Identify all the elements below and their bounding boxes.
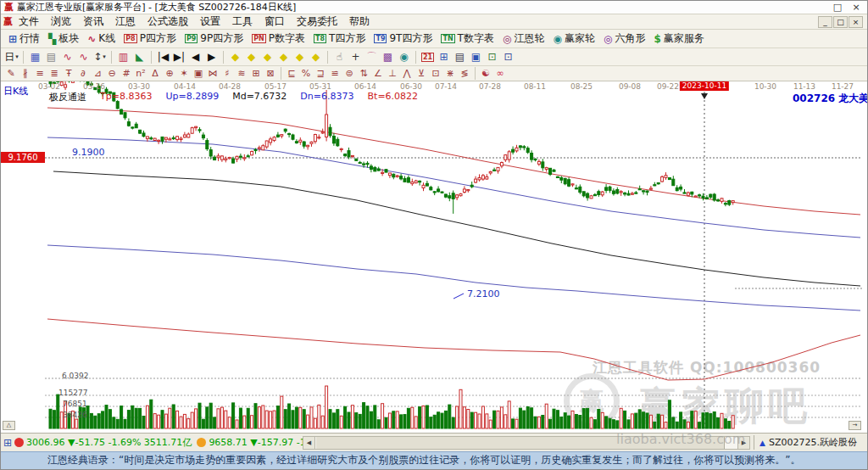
- calendar-button[interactable]: 21: [420, 49, 435, 64]
- toolbar-hexagon-button[interactable]: ◎六角形: [599, 31, 649, 48]
- info-panel-button[interactable]: ▤: [44, 49, 58, 64]
- scroll-right-arrow[interactable]: ▶: [737, 437, 749, 449]
- circle-equal-tool-button[interactable]: ⊜: [342, 67, 356, 80]
- zigzag-large-button[interactable]: ∿: [76, 49, 91, 64]
- menu-item-5[interactable]: 设置: [194, 14, 226, 29]
- kchart-compress-button[interactable]: ▥: [116, 49, 131, 64]
- chart-type-button[interactable]: ▦: [28, 49, 42, 64]
- link-tool-button[interactable]: ⋈: [206, 67, 220, 80]
- menu-item-7[interactable]: 窗口: [259, 14, 291, 29]
- mdi-close-button[interactable]: ×: [849, 16, 863, 28]
- t-line-tool-button[interactable]: Ŧ: [62, 67, 75, 80]
- toolbar-kline-button[interactable]: ∿K线: [83, 31, 120, 48]
- toolbar-p-square-button[interactable]: P8P四方形: [120, 31, 181, 48]
- globe-tool-button[interactable]: ◉: [397, 49, 411, 64]
- wave-lines-tool-button[interactable]: ≋: [235, 67, 248, 80]
- calculator-button[interactable]: ⊞: [437, 49, 451, 64]
- expand-h-diamond-button[interactable]: ◆: [260, 49, 275, 64]
- crossed-box-tool-button[interactable]: ⊠: [264, 67, 277, 80]
- bracket-left-tool-button[interactable]: ⊑: [285, 67, 298, 80]
- expand-panel-button[interactable]: △: [3, 421, 15, 430]
- grid-tool-button[interactable]: ▩: [381, 49, 395, 64]
- toolbar-9t-square-button[interactable]: T99T四方形: [370, 31, 437, 48]
- pc-link-1-button[interactable]: ⊡: [485, 49, 499, 64]
- toolbar-p-number-table-button[interactable]: PNP数字表: [248, 31, 309, 48]
- crosshair-tool-button[interactable]: +: [348, 49, 363, 64]
- hand-tool-button[interactable]: ☝: [332, 49, 347, 64]
- close-button[interactable]: ×: [849, 2, 864, 13]
- triangle-tool-button[interactable]: ⊿: [91, 67, 104, 80]
- chart-area[interactable]: 江恩工具软件 QQ:100800360 赢 赢家聊吧 03-0203-1603-…: [1, 81, 867, 433]
- grid-fine-tool-button[interactable]: ≡: [33, 67, 47, 80]
- toolbar-sectors-button[interactable]: ▚板块: [44, 31, 83, 48]
- percent-tool-button[interactable]: %: [299, 67, 313, 80]
- taiji-tool-button[interactable]: ☯: [479, 67, 492, 80]
- horizontal-scrollbar[interactable]: ◀ ▶: [303, 436, 750, 450]
- restore-button[interactable]: □: [830, 2, 845, 13]
- n-square-tool-button[interactable]: n²: [134, 67, 147, 80]
- xor-tool-button[interactable]: ⊻: [415, 67, 428, 80]
- pencil-tool-button[interactable]: ✎: [4, 67, 18, 80]
- toolbar-winner-wheel-button[interactable]: ◉赢家轮: [548, 31, 598, 48]
- toolbar-t-square-button[interactable]: T8T四方形: [309, 31, 370, 48]
- color-flag-button[interactable]: ◣: [132, 49, 147, 64]
- last-bar-button[interactable]: ▶|: [172, 49, 186, 64]
- wedge-tool-button[interactable]: ⋀: [400, 67, 414, 80]
- save-button[interactable]: ▣: [469, 49, 483, 64]
- circle-minus-tool-button[interactable]: ⊖: [105, 67, 119, 80]
- prev-bar-button[interactable]: ◀: [188, 49, 203, 64]
- sharp-tool-button[interactable]: ♯: [220, 67, 234, 80]
- star-op-tool-button[interactable]: ⋇: [443, 67, 457, 80]
- expand-v-diamond-button[interactable]: ◆: [292, 49, 307, 64]
- toolbar-winner-service-button[interactable]: $赢家服务: [649, 31, 708, 48]
- compress-h-diamond-button[interactable]: ◆: [276, 49, 291, 64]
- toolbar-gann-wheel-button[interactable]: ◎江恩轮: [498, 31, 548, 48]
- zigzag-small-button[interactable]: ∿: [60, 49, 75, 64]
- scroll-left-arrow[interactable]: ◀: [303, 437, 315, 449]
- menu-item-2[interactable]: 资讯: [77, 14, 109, 29]
- perpendicular-tool-button[interactable]: ⊥: [386, 67, 399, 80]
- period-daily-button[interactable]: 日▾: [4, 49, 19, 64]
- zoom-out-diamond-button[interactable]: ◆: [228, 49, 242, 64]
- dot-box-tool-button[interactable]: ⊡: [429, 67, 442, 80]
- angle-tool-button[interactable]: ∠: [371, 67, 385, 80]
- curve-tool-button[interactable]: ⌒: [364, 49, 379, 64]
- square-grid-tool-button[interactable]: ⊞: [249, 67, 263, 80]
- star-tool-button[interactable]: ✶: [177, 67, 191, 80]
- updown-tool-button[interactable]: ⇅: [357, 67, 370, 80]
- parallel-lines-tool-button[interactable]: ∦: [19, 67, 32, 80]
- circle-plus-tool-button[interactable]: ⊕: [163, 67, 176, 80]
- next-stock-panel[interactable]: ▲ SZ002725.跃岭股份: [754, 435, 865, 450]
- scale-toggle-button[interactable]: ↕▾: [92, 49, 107, 64]
- grid-dense-tool-button[interactable]: ≣: [47, 67, 61, 80]
- hatch-tool-button[interactable]: #: [120, 67, 133, 80]
- box-tool-button[interactable]: ▣: [192, 67, 205, 80]
- scroll-thumb[interactable]: [316, 437, 725, 449]
- first-bar-button[interactable]: |◀: [156, 49, 170, 64]
- menu-item-9[interactable]: 帮助: [343, 14, 376, 29]
- infinity-tool-button[interactable]: ∞: [493, 67, 507, 80]
- toolbar-9p-square-button[interactable]: P99P四方形: [181, 31, 248, 48]
- zoom-in-diamond-button[interactable]: ◆: [244, 49, 259, 64]
- compress-v-diamond-button[interactable]: ◆: [309, 49, 323, 64]
- approx-tool-button[interactable]: ≌: [328, 67, 342, 80]
- mdi-minimize-button[interactable]: _: [818, 16, 832, 28]
- pc-link-2-button[interactable]: ⊡: [501, 49, 515, 64]
- notepad-button[interactable]: ▤: [453, 49, 467, 64]
- mdi-restore-button[interactable]: □: [833, 16, 848, 28]
- menu-item-6[interactable]: 工具: [226, 14, 259, 29]
- spiral-tool-button[interactable]: ∂: [76, 67, 90, 80]
- menu-item-3[interactable]: 江恩: [109, 14, 142, 29]
- next-bar-button[interactable]: ▶: [204, 49, 219, 64]
- grid-icon[interactable]: ⊞: [3, 437, 12, 449]
- menu-item-0[interactable]: 文件: [13, 14, 45, 29]
- lessgreater-tool-button[interactable]: ≶: [458, 67, 471, 80]
- scroll-right-button[interactable]: →: [849, 421, 861, 430]
- bracket-right-tool-button[interactable]: ⊒: [314, 67, 327, 80]
- toolbar-quotes-button[interactable]: ⊞行情: [4, 31, 44, 48]
- toolbar-t-number-table-button[interactable]: TNT数字表: [437, 31, 498, 48]
- menu-item-8[interactable]: 交易委托: [291, 14, 343, 29]
- menu-item-4[interactable]: 公式选股: [142, 14, 194, 29]
- menu-item-1[interactable]: 浏览: [45, 14, 77, 29]
- delta-tool-button[interactable]: Δ: [148, 67, 162, 80]
